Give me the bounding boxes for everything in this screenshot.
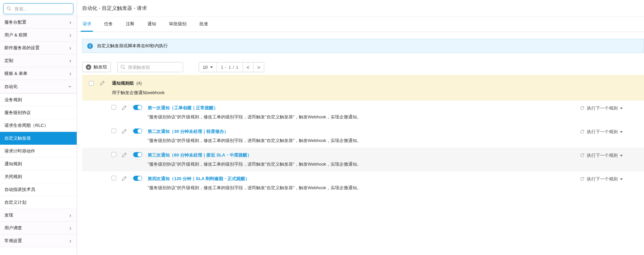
next-rule-label: 执行下一个规则 [587,105,618,111]
sidebar-item-closure-rules[interactable]: 关闭规则 [0,170,77,183]
chevron-right-icon: › [69,45,71,51]
edit-rule-icon[interactable] [122,152,127,171]
sidebar-item-request-timer-actions[interactable]: 请求计时器动作 [0,145,77,158]
sidebar-item-label: 请求生命周期（RLC） [4,122,71,129]
page-size-dropdown[interactable]: 10 [199,62,217,72]
tab-request[interactable]: 请求 [81,17,93,32]
next-rule-dropdown[interactable]: 执行下一个规则 [580,152,623,159]
tab-task[interactable]: 任务 [102,17,115,32]
sidebar-item-label: 关闭规则 [4,174,71,180]
sidebar-item-templates-forms[interactable]: 模板 & 表单› [0,67,77,80]
next-rule-icon [580,130,585,134]
next-page-button[interactable]: > [253,62,264,72]
sidebar-item-custom-schedules[interactable]: 自定义计划 [0,196,77,209]
rule-title-link[interactable]: 第一次通知（工单创建｜正常提醒） [148,105,218,111]
sidebar-item-auto-assign-technician[interactable]: 自动指派技术员 [0,183,77,196]
sidebar-item-discovery[interactable]: 发现› [0,209,77,222]
rule-row: 第一次通知（工单创建｜正常提醒） "服务级别协议"的升级规则，修改工单的级别字段… [82,101,644,124]
rule-toggle[interactable] [133,129,142,134]
sidebar-item-label: 服务台配置 [4,19,69,25]
sidebar-item-business-rules[interactable]: 业务规则 [0,93,77,106]
edit-rule-icon[interactable] [122,129,127,148]
sidebar-item-label: 自动指派技术员 [4,187,71,193]
list-toolbar: + 触发组 10 1 - 1 / 1 < > [82,62,644,72]
page-title: 自动化 - 自定义触发器 - 请求 [82,5,147,11]
edit-rule-icon[interactable] [122,105,127,124]
tab-label: 任务 [104,21,113,27]
group-title: 通知规则组 [112,81,134,86]
page-range: 1 - 1 / 1 [217,62,243,72]
main-header: 自动化 - 自定义触发器 - 请求 [77,0,644,17]
next-rule-dropdown[interactable]: 执行下一个规则 [580,105,623,111]
rule-checkbox[interactable] [112,129,116,133]
rule-row: 第二次通知（30 分钟未处理｜轻度催办） "服务级别协议"的升级规则，修改工单的… [82,124,644,148]
sidebar-item-label: 自定义计划 [4,199,71,205]
sidebar-item-sla[interactable]: 服务级别协议 [0,106,77,119]
rule-row: 第三次通知（60 分钟未处理｜接近 SLA・中度提醒） "服务级别协议"的升级规… [82,148,644,171]
info-icon: i [87,43,93,49]
sidebar-item-notification-rules[interactable]: 通知规则 [0,158,77,170]
rule-checkbox[interactable] [112,176,116,180]
chevron-right-icon: › [69,70,71,77]
group-count: (4) [137,81,142,86]
chevron-down-icon: › [67,86,74,88]
trigger-group-search-input[interactable] [117,62,183,72]
edit-group-icon[interactable] [100,80,105,101]
search-icon [6,6,11,12]
tab-comment[interactable]: 注释 [124,17,136,32]
app-window: 服务台配置› 用户 & 权限› 邮件服务器的设置› 定制› 模板 & 表单› 自… [0,0,644,255]
rule-checkbox[interactable] [112,152,116,157]
next-rule-dropdown[interactable]: 执行下一个规则 [580,129,623,135]
tab-label: 批准 [199,21,208,27]
chevron-right-icon: › [69,57,71,64]
caret-down-icon [620,178,623,180]
sidebar-item-request-lifecycle[interactable]: 请求生命周期（RLC） [0,119,77,132]
group-subtitle: 用于触发企微通知webhook [112,90,165,96]
sidebar-item-helpdesk-config[interactable]: 服务台配置› [0,16,77,29]
rule-checkbox[interactable] [112,105,116,110]
group-checkbox[interactable] [89,81,94,86]
rule-toggle[interactable] [133,152,142,157]
next-rule-label: 执行下一个规则 [587,129,618,135]
next-rule-dropdown[interactable]: 执行下一个规则 [580,176,623,182]
sidebar-search-input[interactable] [3,3,73,14]
sidebar-item-users-permissions[interactable]: 用户 & 权限› [0,29,77,41]
sidebar-item-label: 邮件服务器的设置 [4,45,69,51]
tab-label: 审批级别 [169,21,187,27]
sidebar-item-label: 定制 [4,58,69,64]
trigger-list: 通知规则组 (4) 用于触发企微通知webhook 第一次通知（工单创建｜正常提… [82,75,644,195]
sidebar-item-user-survey[interactable]: 用户调查› [0,222,77,234]
search-icon [120,64,126,71]
sidebar-item-mail-server-settings[interactable]: 邮件服务器的设置› [0,41,77,54]
caret-down-icon [620,131,623,133]
sidebar-item-label: 发现 [4,212,69,218]
add-trigger-group-label: 触发组 [94,64,107,70]
sidebar-item-customization[interactable]: 定制› [0,54,77,67]
sidebar-item-general-settings[interactable]: 常规设置› [0,234,77,247]
sidebar-item-custom-triggers[interactable]: 自定义触发器 [0,132,77,145]
add-trigger-group-button[interactable]: + 触发组 [82,62,111,72]
chevron-right-icon: › [69,32,71,38]
sidebar-item-label: 通知规则 [4,161,71,167]
rule-toggle[interactable] [133,105,142,110]
tab-approval-level[interactable]: 审批级别 [167,17,188,32]
sidebar-item-automation[interactable]: 自动化› [0,80,77,93]
chevron-right-icon: › [69,212,71,218]
tab-notification[interactable]: 通知 [146,17,158,32]
tab-bar: 请求 任务 注释 通知 审批级别 批准 [77,17,644,32]
sidebar-item-label: 服务级别协议 [4,110,71,116]
rule-title-link[interactable]: 第三次通知（60 分钟未处理｜接近 SLA・中度提醒） [148,152,251,158]
settings-sidebar: 服务台配置› 用户 & 权限› 邮件服务器的设置› 定制› 模板 & 表单› 自… [0,0,77,255]
rule-description: "服务级别协议"的升级规则，修改工单的级别字段，进而触发"自定义触发器"，触发W… [148,185,361,191]
tab-approve[interactable]: 批准 [198,17,210,32]
prev-page-button[interactable]: < [243,62,254,72]
plus-icon: + [86,64,91,70]
sidebar-item-label: 常规设置 [4,238,69,244]
sidebar-item-label: 请求计时器动作 [4,148,71,154]
rule-title-link[interactable]: 第二次通知（30 分钟未处理｜轻度催办） [148,129,228,135]
rule-toggle[interactable] [133,176,142,181]
rule-title-link[interactable]: 第四次通知（120 分钟｜SLA 刚刚逾期・正式提醒） [148,176,249,182]
caret-down-icon [620,155,623,157]
info-banner-text: 自定义触发器或脚本将在60秒内执行 [97,43,168,49]
edit-rule-icon[interactable] [122,176,127,195]
